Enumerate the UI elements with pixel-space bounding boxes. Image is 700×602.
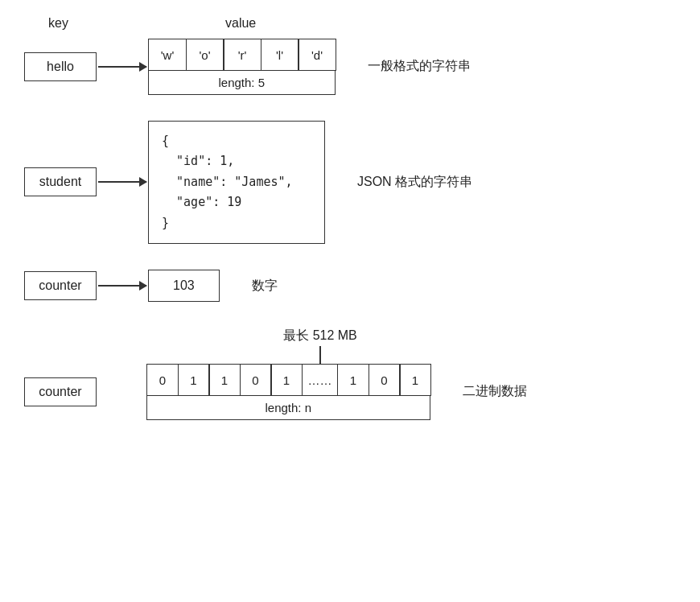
hello-key-box: hello	[24, 52, 97, 81]
json-line-4: "age": 19	[162, 195, 241, 209]
counter-bin-key-box: counter	[24, 377, 97, 406]
student-arrow	[98, 181, 146, 183]
counter-num-value: 103	[173, 278, 195, 292]
cell-d: 'd'	[298, 39, 336, 71]
bin-cell-1c: 1	[270, 364, 303, 396]
binary-desc: 二进制数据	[463, 383, 527, 400]
json-line-5: }	[162, 216, 169, 230]
max-label-text: 最长 512 MB	[283, 328, 357, 344]
bin-cell-1d: 1	[337, 364, 369, 396]
counter-bin-key-label: counter	[39, 385, 81, 398]
json-line-3: "name": "James",	[162, 175, 293, 189]
binary-section: 最长 512 MB counter 0 1 1 0 1 …… 1 0 1 len…	[24, 328, 676, 420]
hello-value: 'w' 'o' 'r' 'l' 'd' length: 5	[148, 39, 336, 95]
binary-cells: 0 1 1 0 1 …… 1 0 1	[146, 364, 430, 396]
counter-num-arrow-line	[98, 285, 146, 287]
student-desc: JSON 格式的字符串	[357, 174, 472, 191]
hello-arrow	[98, 66, 146, 68]
key-header: key	[48, 16, 145, 31]
max-label-container: 最长 512 MB	[200, 328, 441, 364]
student-arrow-line	[98, 181, 146, 183]
student-key-box: student	[24, 167, 97, 196]
max-label-vertical-line	[319, 346, 321, 364]
json-line-2: "id": 1,	[162, 154, 234, 168]
student-json-box: { "id": 1, "name": "James", "age": 19 }	[148, 121, 325, 245]
hello-row: hello 'w' 'o' 'r' 'l' 'd' length: 5 一般格式…	[24, 39, 676, 95]
counter-num-arrow	[98, 285, 146, 287]
counter-num-value-box: 103	[148, 270, 220, 302]
bin-cell-1a: 1	[178, 364, 210, 396]
hello-cells-row: 'w' 'o' 'r' 'l' 'd'	[148, 39, 336, 71]
bin-cell-0a: 0	[146, 364, 179, 396]
bin-cell-1b: 1	[208, 364, 241, 396]
bin-length: length: n	[146, 395, 430, 420]
bin-cell-0c: 0	[369, 364, 401, 396]
bin-cell-1e: 1	[399, 364, 431, 396]
cell-o: 'o'	[186, 39, 224, 71]
hello-length: length: 5	[148, 70, 336, 95]
cell-w: 'w'	[148, 39, 187, 71]
hello-desc: 一般格式的字符串	[368, 58, 471, 75]
hello-key-label: hello	[47, 60, 74, 73]
json-line-1: {	[162, 134, 169, 148]
counter-num-key-label: counter	[39, 278, 81, 292]
student-row: student { "id": 1, "name": "James", "age…	[24, 121, 676, 245]
header-row: key value	[24, 16, 676, 31]
counter-number-row: counter 103 数字	[24, 270, 676, 302]
value-header: value	[225, 16, 256, 31]
bin-cell-0b: 0	[240, 364, 272, 396]
bin-ellipsis: ……	[302, 364, 339, 396]
binary-cells-wrapper: 0 1 1 0 1 …… 1 0 1 length: n	[146, 364, 430, 420]
counter-num-key-box: counter	[24, 271, 97, 300]
student-key-label: student	[39, 175, 81, 188]
counter-num-desc: 数字	[252, 278, 278, 295]
cell-r: 'r'	[223, 39, 261, 71]
cell-l: 'l'	[261, 39, 299, 71]
binary-row: counter 0 1 1 0 1 …… 1 0 1 length: n 二进制…	[24, 364, 676, 420]
hello-arrow-line	[98, 66, 146, 68]
